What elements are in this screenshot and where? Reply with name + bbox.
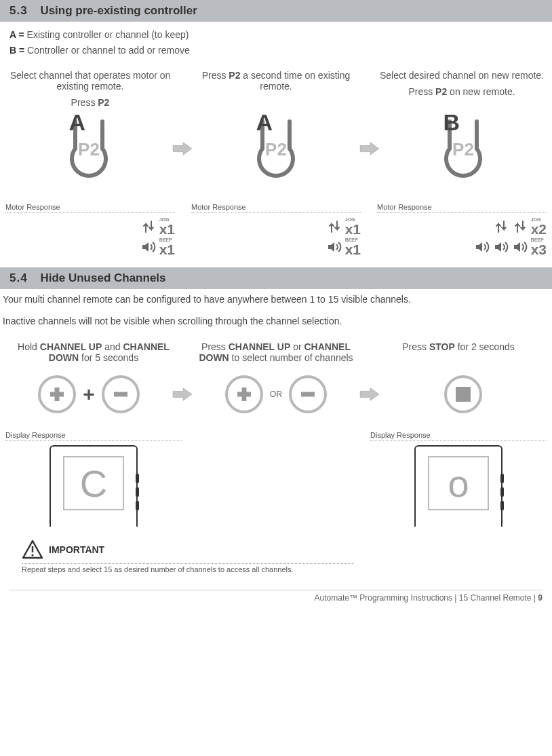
motor-response-1: Motor Response JOGx1 BEEPx1 xyxy=(5,203,175,257)
hold-up-down: + xyxy=(5,375,172,413)
definition-b: B = Controller or channel to add or remo… xyxy=(9,45,543,56)
speaker-icon xyxy=(512,239,528,255)
section-54-para2: Inactive channels will not be visible wh… xyxy=(0,311,552,333)
step-54-2: Press CHANNEL UP or CHANNEL DOWN to sele… xyxy=(188,341,364,363)
speaker-icon xyxy=(140,239,157,255)
step-54-3: Press STOP for 2 seconds xyxy=(370,341,547,363)
remote-a2: A P2 xyxy=(193,115,359,183)
arrow-right-icon xyxy=(359,136,380,161)
minus-icon xyxy=(298,385,317,404)
section-title: Using pre-existing controller xyxy=(40,4,197,17)
remote-a1: A P2 xyxy=(5,115,172,183)
remote-screen: o xyxy=(428,456,489,510)
svg-text:P2: P2 xyxy=(78,139,100,159)
jog-icon xyxy=(140,219,157,235)
plus-icon xyxy=(235,385,254,404)
stop-icon xyxy=(456,387,471,402)
press-up-or-down: OR xyxy=(193,375,359,413)
section-header-53: 5.3 Using pre-existing controller xyxy=(0,0,552,22)
stop-button xyxy=(444,375,482,413)
speaker-icon xyxy=(493,239,509,255)
speaker-icon xyxy=(474,239,490,255)
arrow-right-icon xyxy=(172,136,193,161)
remote-b: B P2 xyxy=(380,115,547,183)
jog-icon xyxy=(493,219,509,235)
arrow-right-icon xyxy=(172,382,193,407)
p2-button-icon: P2 xyxy=(245,115,307,183)
section-54-para1: Your multi channel remote can be configu… xyxy=(0,289,552,311)
svg-marker-1 xyxy=(173,143,192,155)
jog-icon xyxy=(326,219,342,235)
step-54-1: Hold CHANNEL UP and CHANNEL DOWN for 5 s… xyxy=(5,341,182,363)
section-title: Hide Unused Channels xyxy=(40,271,165,284)
svg-text:P2: P2 xyxy=(452,139,474,159)
minus-icon xyxy=(111,385,130,404)
channel-up-button xyxy=(38,375,76,413)
step-53-3: Select desired channel on new remote. Pr… xyxy=(377,70,547,108)
svg-marker-3 xyxy=(360,143,379,155)
remote-screen: C xyxy=(63,456,124,510)
press-stop xyxy=(380,375,547,413)
speaker-icon xyxy=(326,239,342,255)
warning-icon xyxy=(22,539,43,561)
channel-down-button xyxy=(102,375,140,413)
display-response-2: Display Response o xyxy=(370,431,547,527)
p2-button-icon: P2 xyxy=(433,115,494,183)
svg-marker-6 xyxy=(360,388,379,400)
step-53-1: Select channel that operates motor on ex… xyxy=(5,70,175,108)
definition-a: A = Existing controller or channel (to k… xyxy=(9,29,543,40)
arrow-right-icon xyxy=(359,382,380,407)
p2-button-icon: P2 xyxy=(58,115,119,183)
jog-icon xyxy=(512,219,528,235)
step-53-2: Press P2 a second time on existing remot… xyxy=(191,70,361,108)
section-num: 5.4 xyxy=(9,271,28,284)
plus-icon xyxy=(47,385,66,404)
svg-point-8 xyxy=(31,554,33,556)
important-note: IMPORTANT Repeat steps and select 15 as … xyxy=(0,539,552,573)
section-num: 5.3 xyxy=(9,4,28,17)
section-header-54: 5.4 Hide Unused Channels xyxy=(0,267,552,289)
display-response-1: Display Response C xyxy=(5,431,182,527)
motor-response-3: Motor Response JOGx2 BEEPx3 xyxy=(377,203,547,257)
channel-down-button xyxy=(289,375,327,413)
channel-up-button xyxy=(225,375,263,413)
svg-marker-5 xyxy=(173,388,192,400)
svg-text:P2: P2 xyxy=(265,139,287,159)
motor-response-2: Motor Response JOGx1 BEEPx1 xyxy=(191,203,361,257)
page-footer: Automate™ Programming Instructions | 15 … xyxy=(0,593,552,611)
